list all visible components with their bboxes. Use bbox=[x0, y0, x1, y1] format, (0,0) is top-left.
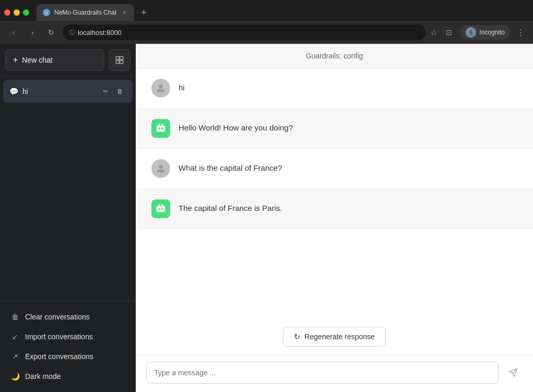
message-row: The capital of France is Paris. bbox=[136, 189, 533, 229]
regenerate-button[interactable]: ↻ Regenerate response bbox=[283, 327, 386, 347]
import-conversations-button[interactable]: ↙ Import conversations bbox=[3, 327, 133, 346]
svg-point-11 bbox=[161, 124, 163, 125]
message-text: What is the capital of France? bbox=[179, 159, 282, 174]
bot-avatar bbox=[151, 119, 170, 138]
regenerate-icon: ↻ bbox=[294, 332, 300, 341]
incognito-label: Incognito bbox=[479, 29, 505, 36]
forward-button[interactable]: › bbox=[25, 25, 40, 40]
active-tab[interactable]: 🤖 NeMo Guardrails Chat ✕ bbox=[37, 4, 134, 21]
url-text: localhost:8000 bbox=[78, 29, 122, 37]
app-container: + New chat 💬 hi ✏ 🗑 bbox=[0, 44, 533, 392]
bot-avatar bbox=[151, 199, 170, 218]
sidebar: + New chat 💬 hi ✏ 🗑 bbox=[0, 44, 136, 392]
incognito-icon: 👤 bbox=[466, 27, 476, 38]
bookmark-icon[interactable]: ☆ bbox=[430, 28, 437, 38]
svg-point-18 bbox=[159, 204, 160, 206]
close-dot[interactable] bbox=[4, 9, 10, 16]
tab-close-button[interactable]: ✕ bbox=[121, 9, 128, 16]
dark-mode-label: Dark mode bbox=[25, 372, 61, 381]
moon-icon: 🌙 bbox=[10, 372, 20, 381]
regenerate-label: Regenerate response bbox=[304, 332, 375, 341]
export-conversations-button[interactable]: ↗ Export conversations bbox=[3, 347, 133, 366]
tab-title: NeMo Guardrails Chat bbox=[54, 9, 116, 16]
clear-conversations-label: Clear conversations bbox=[25, 313, 90, 321]
chat-item-actions: ✏ 🗑 bbox=[99, 85, 126, 98]
svg-point-12 bbox=[159, 165, 162, 169]
incognito-badge: 👤 Incognito bbox=[460, 25, 510, 40]
message-input[interactable] bbox=[146, 362, 499, 384]
messages-area: hi Hello World! How are you doing? bbox=[136, 68, 533, 318]
message-text: hi bbox=[179, 79, 185, 94]
browser-chrome: 🤖 NeMo Guardrails Chat ✕ + ‹ › ↻ ⓘ local… bbox=[0, 0, 533, 44]
tab-favicon: 🤖 bbox=[43, 9, 50, 16]
plus-icon: + bbox=[13, 55, 18, 65]
window-controls bbox=[4, 9, 29, 16]
svg-rect-3 bbox=[120, 61, 123, 64]
browser-menu-button[interactable]: ⋮ bbox=[514, 28, 527, 38]
svg-point-4 bbox=[159, 85, 162, 88]
export-conversations-label: Export conversations bbox=[25, 352, 93, 361]
svg-point-15 bbox=[161, 208, 163, 210]
url-bar[interactable]: ⓘ localhost:8000 bbox=[63, 25, 426, 40]
chat-header: Guardrails: config bbox=[136, 44, 533, 68]
address-bar: ‹ › ↻ ⓘ localhost:8000 ☆ ⊡ 👤 Incognito ⋮ bbox=[0, 21, 533, 44]
svg-rect-0 bbox=[116, 56, 119, 60]
svg-point-14 bbox=[158, 208, 160, 210]
import-conversations-label: Import conversations bbox=[25, 332, 93, 341]
svg-point-19 bbox=[161, 204, 163, 206]
new-chat-button[interactable]: + New chat bbox=[5, 49, 104, 71]
message-row: What is the capital of France? bbox=[136, 149, 533, 189]
clear-conversations-button[interactable]: 🗑 Clear conversations bbox=[3, 307, 133, 326]
browser-actions: ☆ ⊡ 👤 Incognito ⋮ bbox=[430, 25, 527, 40]
regenerate-area: ↻ Regenerate response bbox=[136, 318, 533, 355]
back-button[interactable]: ‹ bbox=[6, 25, 21, 40]
chat-item[interactable]: 💬 hi ✏ 🗑 bbox=[3, 80, 133, 103]
svg-rect-5 bbox=[157, 126, 165, 132]
message-text: Hello World! How are you doing? bbox=[179, 119, 293, 134]
svg-rect-1 bbox=[120, 56, 123, 60]
edit-chat-button[interactable]: ✏ bbox=[99, 85, 112, 98]
delete-chat-button[interactable]: 🗑 bbox=[114, 85, 126, 98]
svg-rect-13 bbox=[157, 206, 165, 212]
svg-rect-2 bbox=[116, 61, 119, 64]
message-text: The capital of France is Paris. bbox=[179, 199, 282, 215]
message-row: hi bbox=[136, 68, 533, 109]
minimize-dot[interactable] bbox=[14, 9, 20, 16]
send-button[interactable] bbox=[504, 363, 523, 382]
chat-list: 💬 hi ✏ 🗑 bbox=[0, 77, 136, 301]
sidebar-bottom: 🗑 Clear conversations ↙ Import conversat… bbox=[0, 301, 136, 392]
chat-item-label: hi bbox=[22, 87, 95, 96]
chat-header-title: Guardrails: config bbox=[306, 52, 363, 60]
import-icon: ↙ bbox=[10, 332, 20, 341]
user-avatar bbox=[151, 79, 170, 98]
main-content: Guardrails: config hi bbox=[136, 44, 533, 392]
svg-point-6 bbox=[158, 127, 160, 129]
reload-button[interactable]: ↻ bbox=[44, 25, 58, 40]
input-area bbox=[136, 355, 533, 392]
sidebar-top: + New chat bbox=[0, 44, 136, 77]
export-icon: ↗ bbox=[10, 352, 20, 361]
conversations-icon-button[interactable] bbox=[109, 49, 131, 71]
split-view-button[interactable]: ⊡ bbox=[442, 25, 456, 40]
svg-point-10 bbox=[159, 124, 160, 125]
lock-icon: ⓘ bbox=[69, 29, 75, 37]
trash-icon: 🗑 bbox=[10, 313, 20, 321]
tab-bar: 🤖 NeMo Guardrails Chat ✕ + bbox=[0, 0, 533, 21]
dark-mode-button[interactable]: 🌙 Dark mode bbox=[3, 367, 133, 386]
svg-point-7 bbox=[161, 127, 163, 129]
chat-bubble-icon: 💬 bbox=[9, 87, 18, 96]
new-tab-button[interactable]: + bbox=[136, 5, 151, 20]
maximize-dot[interactable] bbox=[23, 9, 29, 16]
message-row: Hello World! How are you doing? bbox=[136, 109, 533, 149]
user-avatar bbox=[151, 159, 170, 178]
new-chat-label: New chat bbox=[22, 56, 52, 64]
